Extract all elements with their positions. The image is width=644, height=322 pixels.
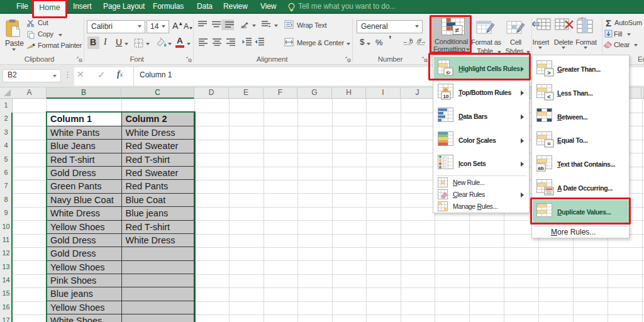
svg-text:<: < [547, 94, 550, 100]
svg-text:ab: ab [241, 24, 247, 29]
svg-text:=: = [547, 141, 550, 147]
svg-text:ab: ab [538, 165, 543, 171]
svg-text:>: > [547, 70, 550, 76]
svg-text:10: 10 [443, 94, 449, 99]
